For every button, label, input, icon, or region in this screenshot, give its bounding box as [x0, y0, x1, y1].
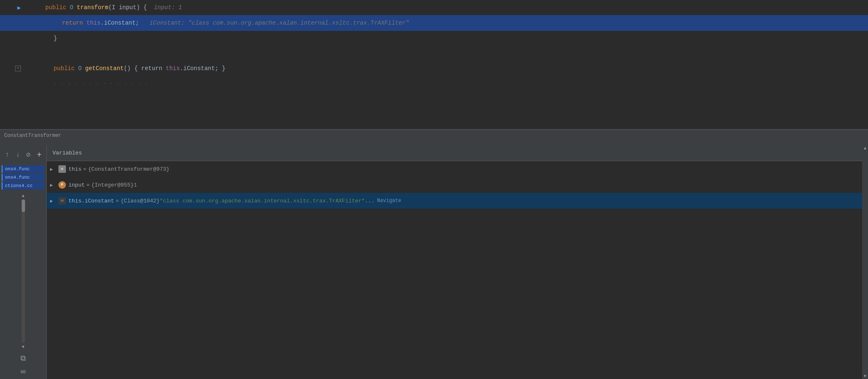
copy-icon: ⧉	[20, 354, 26, 363]
variables-header: Variables	[47, 145, 862, 161]
expand-icon-iconstant: ▶	[50, 198, 57, 204]
breadcrumb: ConstantTransformer	[4, 133, 61, 139]
var-value-iconstant-ellipsis: ...	[365, 198, 374, 204]
panel-separator	[0, 141, 868, 145]
var-value-input: {Integer@955}	[91, 182, 134, 188]
variables-list: ▶ ≡ this = {ConstantTransformer@973} ▶ P…	[47, 161, 862, 379]
var-icon-this: ≡	[58, 165, 66, 173]
move-down-button[interactable]: ↓	[13, 149, 23, 160]
scroll-track	[22, 200, 25, 343]
breadcrumb-bar: ConstantTransformer	[0, 129, 868, 141]
right-scroll-track	[862, 151, 868, 373]
var-name-input: input	[68, 182, 85, 188]
expand-icon-input: ▶	[50, 182, 57, 188]
var-name-iconstant: this.iConstant	[68, 198, 114, 204]
var-equals-input: =	[86, 182, 90, 188]
code-text-2: return this.iConstant; iConstant: "class…	[24, 13, 409, 33]
call-stack-list: ons4.func ons4.func ctions4.cc	[0, 164, 46, 192]
var-icon-input: P	[58, 181, 66, 189]
infinity-button[interactable]: ∞	[18, 366, 29, 377]
bottom-toolbar-icons: ⧉ ∞	[0, 351, 46, 379]
toolbar-buttons: ↑ ↓ ⊘ +	[0, 145, 46, 164]
variable-row-input[interactable]: ▶ P input = {Integer@955} 1	[47, 177, 862, 193]
var-value-iconstant-str: "class com.sun.org.apache.xalan.internal…	[160, 198, 365, 204]
navigate-link[interactable]: Navigate	[377, 198, 401, 204]
add-button[interactable]: +	[35, 149, 44, 160]
add-icon: +	[37, 150, 42, 159]
var-value-iconstant-ref: {Class@1042}	[121, 198, 160, 204]
code-line-3: }	[0, 31, 868, 46]
code-line-5: + public O getConstant() { return this.i…	[0, 61, 868, 76]
call-stack-item-1[interactable]: ons4.func	[2, 165, 45, 173]
up-arrow-icon: ↑	[5, 151, 9, 158]
infinity-icon: ∞	[20, 367, 26, 376]
variables-panel: Variables ▶ ≡ this = {ConstantTransforme…	[47, 145, 862, 379]
code-editor: ▶ public O transform(I input) { input: 1…	[0, 0, 868, 129]
scroll-up-button[interactable]: ▲	[20, 193, 26, 199]
code-text-5: public O getConstant() { return this.iCo…	[24, 58, 225, 78]
var-name-this: this	[68, 166, 81, 172]
toolbar-scroll: ▲ ▼	[0, 192, 46, 351]
filter-icon: ⊘	[26, 151, 31, 158]
var-value-input-num: 1	[134, 182, 137, 188]
var-equals-iconstant: =	[116, 198, 119, 204]
right-scroll-down[interactable]: ▼	[862, 373, 868, 379]
var-icon-iconstant: ∞	[58, 197, 66, 205]
variables-title: Variables	[53, 150, 82, 156]
down-arrow-icon: ↓	[16, 151, 20, 158]
move-up-button[interactable]: ↑	[3, 149, 12, 160]
call-stack-item-3[interactable]: ctions4.cc	[2, 182, 45, 190]
right-scrollbar: ▲ ▼	[862, 145, 868, 379]
scroll-down-button[interactable]: ▼	[20, 344, 26, 350]
filter-button[interactable]: ⊘	[24, 149, 33, 160]
scroll-thumb	[22, 200, 25, 212]
debug-panel: ↑ ↓ ⊘ + ons4.func ons4.func ctions4.cc ▲…	[0, 145, 868, 379]
code-text-3: }	[24, 28, 57, 48]
gutter-1: ▶	[0, 4, 24, 11]
expand-icon-this: ▶	[50, 167, 57, 172]
left-toolbar: ↑ ↓ ⊘ + ons4.func ons4.func ctions4.cc ▲…	[0, 145, 47, 379]
call-stack-item-2[interactable]: ons4.func	[2, 174, 45, 181]
right-scroll-up[interactable]: ▲	[862, 145, 868, 151]
var-value-this: {ConstantTransformer@973}	[88, 166, 169, 172]
expand-icon: +	[15, 66, 21, 71]
breakpoint-icon: ▶	[18, 4, 21, 11]
code-line-highlighted: return this.iConstant; iConstant: "class…	[0, 15, 868, 31]
var-equals-this: =	[83, 166, 86, 172]
variable-row-iconstant[interactable]: ▶ ∞ this.iConstant = {Class@1042} "class…	[47, 193, 862, 209]
variable-row-this[interactable]: ▶ ≡ this = {ConstantTransformer@973}	[47, 161, 862, 177]
gutter-5: +	[0, 66, 24, 71]
copy-icon-button[interactable]: ⧉	[18, 352, 29, 364]
